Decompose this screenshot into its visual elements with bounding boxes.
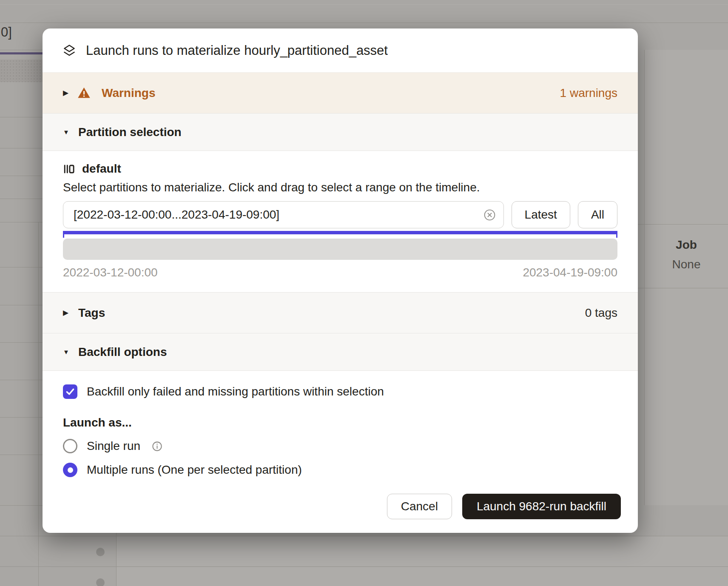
latest-button[interactable]: Latest: [512, 201, 570, 228]
bg-focus-underline: [0, 52, 43, 54]
partition-timeline[interactable]: [63, 239, 617, 260]
bg-row-line: [0, 267, 43, 267]
backfill-options-toggle[interactable]: ▼ Backfill options: [43, 333, 638, 370]
radio-selected-icon[interactable]: [63, 463, 77, 477]
bg-row-line: [0, 199, 43, 199]
partition-icon: [63, 163, 75, 175]
bg-row-line: [0, 380, 43, 380]
cancel-button[interactable]: Cancel: [387, 494, 452, 519]
clear-circle-icon: [483, 208, 496, 222]
timeline-end-date: 2023-04-19-09:00: [523, 266, 617, 279]
tags-title: Tags: [78, 306, 105, 320]
backfill-options-body: Backfill only failed and missing partiti…: [43, 370, 638, 477]
timeline-date-range: 2022-03-12-00:00 2023-04-19-09:00: [63, 266, 617, 292]
partition-helper-text: Select partitions to materialize. Click …: [63, 181, 617, 194]
bg-row-line: [0, 117, 43, 117]
asset-layers-icon: [62, 43, 77, 58]
dialog-header: Launch runs to materialize hourly_partit…: [43, 28, 638, 72]
info-icon[interactable]: [151, 441, 163, 452]
bg-striped-bar: [0, 60, 43, 82]
partition-selection-body: default Select partitions to materialize…: [43, 151, 638, 292]
timeline-start-date: 2022-03-12-00:00: [63, 266, 158, 279]
bg-row-line: [0, 566, 728, 567]
bg-row-line: [0, 536, 728, 536]
bg-column-line: [644, 50, 645, 505]
bg-job-column-value: None: [645, 258, 728, 271]
partition-dimension-name: default: [82, 162, 121, 176]
dialog-footer: Cancel Launch 9682-run backfill: [43, 494, 638, 533]
bg-row-line: [0, 342, 43, 343]
dialog-title: Launch runs to materialize hourly_partit…: [86, 43, 388, 58]
tags-section-toggle[interactable]: ▶ Tags 0 tags: [43, 292, 638, 333]
warnings-count: 1 warnings: [560, 86, 617, 100]
backfill-options-title: Backfill options: [78, 345, 167, 359]
single-run-option[interactable]: Single run: [63, 439, 617, 453]
bg-row-line: [0, 23, 728, 23]
bg-table-pane: [116, 536, 728, 586]
warning-triangle-icon: [77, 86, 91, 100]
bg-status-dot: [96, 578, 105, 586]
launch-backfill-button[interactable]: Launch 9682-run backfill: [462, 494, 621, 519]
failed-missing-checkbox-label: Backfill only failed and missing partiti…: [87, 385, 384, 398]
bg-row-line: [0, 455, 43, 455]
launch-backfill-dialog: Launch runs to materialize hourly_partit…: [43, 28, 638, 533]
bg-row-line: [0, 50, 43, 50]
bg-row-line: [0, 176, 43, 176]
all-button[interactable]: All: [578, 201, 617, 228]
bg-row-line: [0, 4, 728, 5]
single-run-label: Single run: [87, 439, 140, 453]
warnings-label: Warnings: [102, 86, 156, 100]
partition-input-wrap: [63, 201, 504, 228]
caret-right-icon: ▶: [63, 89, 73, 97]
partition-dimension-row: default: [63, 162, 617, 176]
radio-unselected-icon[interactable]: [63, 439, 77, 453]
bg-row-line: [0, 417, 43, 418]
partition-controls: Latest All: [63, 201, 617, 228]
bg-row-line: [0, 148, 43, 148]
bg-truncated-partition-text: 0]: [1, 25, 12, 40]
partition-range-input[interactable]: [63, 201, 504, 228]
launch-as-label: Launch as...: [63, 416, 617, 430]
caret-right-icon: ▶: [63, 309, 73, 316]
partition-selection-title: Partition selection: [78, 125, 182, 139]
failed-missing-checkbox-row[interactable]: Backfill only failed and missing partiti…: [63, 384, 617, 399]
bg-row-line: [638, 288, 728, 288]
bg-row-line: [0, 505, 43, 506]
bg-column-line: [38, 222, 39, 586]
warnings-section-toggle[interactable]: ▶ Warnings 1 warnings: [43, 72, 638, 113]
multiple-runs-label: Multiple runs (One per selected partitio…: [87, 463, 302, 477]
bg-job-column: [645, 50, 728, 505]
bg-row-line: [0, 222, 43, 222]
caret-down-icon: ▼: [63, 349, 73, 355]
partition-selection-toggle[interactable]: ▼ Partition selection: [43, 113, 638, 151]
bg-row-line: [638, 224, 728, 225]
checkbox-checked-icon[interactable]: [63, 384, 77, 399]
bg-status-dot: [96, 548, 105, 556]
selection-range-bracket: [63, 231, 617, 238]
bg-row-line: [0, 305, 43, 305]
tags-count: 0 tags: [585, 306, 617, 320]
multiple-runs-option[interactable]: Multiple runs (One per selected partitio…: [63, 463, 617, 477]
caret-down-icon: ▼: [63, 129, 73, 135]
clear-selection-button[interactable]: [483, 208, 496, 222]
bg-job-column-header: Job: [645, 238, 728, 252]
